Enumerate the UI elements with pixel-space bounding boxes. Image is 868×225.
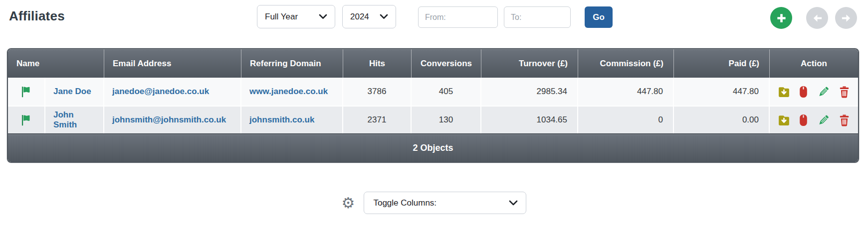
clicks-button[interactable] <box>799 114 808 126</box>
download-button[interactable] <box>778 114 790 126</box>
commission-value: 0 <box>578 107 674 133</box>
download-archive-icon <box>778 86 790 98</box>
column-header-action: Action <box>770 49 858 78</box>
table-footer: 2 Objects <box>8 133 858 162</box>
chevron-down-icon <box>319 14 327 19</box>
column-header-email: Email Address <box>104 49 241 78</box>
paid-value: 447.80 <box>674 78 770 106</box>
conversions-value: 130 <box>412 107 481 133</box>
delete-button[interactable] <box>839 86 850 98</box>
hits-value: 2371 <box>343 107 412 133</box>
trash-icon <box>839 86 850 98</box>
column-header-name: Name <box>8 49 104 78</box>
delete-button[interactable] <box>839 114 850 126</box>
year-select[interactable]: 2024 <box>342 5 396 28</box>
affiliate-name-link[interactable]: John Smith <box>53 110 95 130</box>
go-button[interactable]: Go <box>585 6 613 28</box>
add-affiliate-button[interactable] <box>770 7 792 29</box>
edit-pencil-icon <box>817 113 830 127</box>
arrow-right-icon <box>841 12 852 24</box>
download-archive-icon <box>778 114 790 126</box>
affiliate-email-link[interactable]: johnsmith@johnsmith.co.uk <box>112 115 226 125</box>
toggle-columns-select[interactable]: Toggle Columns: <box>364 192 526 214</box>
period-select[interactable]: Full Year <box>257 5 335 28</box>
chevron-down-icon <box>509 200 518 206</box>
table-row: Jane Doe janedoe@janedoe.co.uk www.janed… <box>8 78 858 106</box>
trash-icon <box>839 114 850 126</box>
toolbar: Affiliates Full Year 2024 Go <box>0 0 868 35</box>
hits-value: 3786 <box>343 78 412 106</box>
computer-mouse-icon <box>799 86 808 98</box>
green-flag-icon <box>19 85 33 99</box>
referring-domain-link[interactable]: johnsmith.co.uk <box>249 115 314 125</box>
objects-count: 2 Objects <box>413 143 453 153</box>
plus-icon <box>776 12 787 24</box>
date-from-input[interactable] <box>418 6 498 28</box>
green-flag-icon <box>19 113 33 127</box>
column-header-referring-domain: Referring Domain <box>241 49 343 78</box>
affiliate-name-link[interactable]: Jane Doe <box>53 87 91 97</box>
action-cell <box>770 78 858 106</box>
conversions-value: 405 <box>412 78 481 106</box>
column-header-commission: Commission (£) <box>578 49 674 78</box>
next-page-button[interactable] <box>835 7 857 29</box>
toggle-columns-label: Toggle Columns: <box>373 198 436 208</box>
year-select-value: 2024 <box>350 12 369 22</box>
commission-value: 447.80 <box>578 78 674 106</box>
edit-pencil-icon <box>817 85 830 99</box>
column-header-hits: Hits <box>343 49 412 78</box>
status-cell <box>8 107 45 133</box>
turnover-value: 2985.34 <box>481 78 578 106</box>
previous-page-button[interactable] <box>806 7 828 29</box>
referring-domain-link[interactable]: www.janedoe.co.uk <box>249 87 328 97</box>
status-cell <box>8 78 45 106</box>
paid-value: 0.00 <box>674 107 770 133</box>
period-select-value: Full Year <box>265 12 298 22</box>
affiliates-table: Name Email Address Referring Domain Hits… <box>7 48 859 163</box>
table-row: John Smith johnsmith@johnsmith.co.uk joh… <box>8 106 858 133</box>
table-header-row: Name Email Address Referring Domain Hits… <box>8 49 858 78</box>
arrow-left-icon <box>812 12 823 24</box>
chevron-down-icon <box>380 14 388 19</box>
column-header-turnover: Turnover (£) <box>481 49 578 78</box>
page-title: Affiliates <box>9 8 65 24</box>
computer-mouse-icon <box>799 114 808 126</box>
download-button[interactable] <box>778 86 790 98</box>
toggle-columns-area: ⚙ Toggle Columns: <box>0 192 868 214</box>
column-header-paid: Paid (£) <box>674 49 770 78</box>
edit-button[interactable] <box>817 85 830 99</box>
gear-icon[interactable]: ⚙ <box>342 196 355 211</box>
affiliate-email-link[interactable]: janedoe@janedoe.co.uk <box>112 87 209 97</box>
action-cell <box>770 107 858 133</box>
edit-button[interactable] <box>817 113 830 127</box>
column-header-conversions: Conversions <box>412 49 481 78</box>
date-to-input[interactable] <box>504 6 571 28</box>
clicks-button[interactable] <box>799 86 808 98</box>
turnover-value: 1034.65 <box>481 107 578 133</box>
